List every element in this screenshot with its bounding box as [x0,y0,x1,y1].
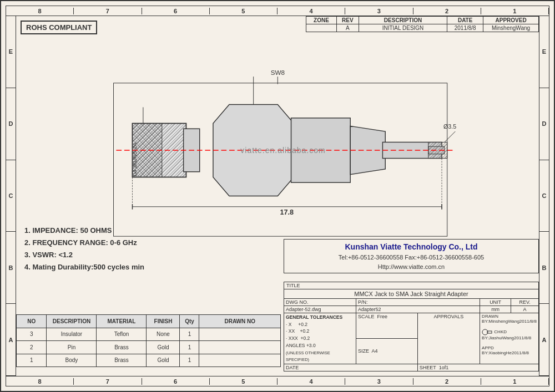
size-label: SIZE [358,348,369,354]
xx-label: · XX [286,328,295,334]
rev-desc: INITIAL DESIGN [359,24,447,32]
scale-label: SCALE [358,314,375,319]
general-tolerances-label: GENERAL TOLERANCES [286,314,342,320]
xx-val: +0.2 [300,328,310,334]
bom-header-qty: Qty [180,315,199,328]
grid-top-7: 7 [74,8,142,14]
rev-label: REV. [511,298,539,306]
dwg-label: DWG NO. [284,298,356,306]
pn-label: P/N: [356,298,480,306]
grid-top-5: 5 [210,8,278,14]
tolerances-note: (UNLESS OTHERWISE SPECIFIED) [286,350,330,363]
grid-top-4: 4 [278,8,345,14]
grid-top-2: 2 [413,8,481,14]
rev-approved: MinshengWang [483,24,539,32]
grid-right-d: D [539,88,549,160]
dia-label: Ø3.5 [443,123,456,130]
company-name: Kunshan Viatte Technology Co., Ltd [286,241,537,253]
drawing-area: SW8 [33,47,533,254]
grid-bottom-2: 2 [413,378,481,385]
rohs-label: ROHS COMPLIANT [21,21,97,34]
grid-bottom-8: 8 [6,378,74,385]
drawn-value: MinshengWang2011/8/8 [489,319,537,324]
grid-top-6: 6 [142,8,210,14]
note-1: 1. IMPEDANCE: 50 OHMS [24,225,273,237]
outer-frame: 8 7 6 5 4 3 2 1 8 7 6 5 4 3 2 1 E D C B … [6,6,549,386]
grid-right-b: B [539,232,549,304]
bom-header-drawnno: DRAWN NO [199,315,281,328]
date-label-cell: DATE [284,364,418,371]
notes-section: 1. IMPEDANCE: 50 OHMS 2. FREQUENCY RANGE… [24,225,273,273]
scale-value: Free [377,314,388,319]
technical-drawing: SW8 [94,62,472,239]
grid-bottom-3: 3 [345,378,413,385]
approvals-detail: DRAWN BY:MinshengWang2011/8/8 CHKD BY:Ji… [480,313,539,364]
rev-rev: A [336,24,359,32]
bottom-right-tables: TITLE MMCX Jack to SMA Jack Straight Ada… [284,282,539,371]
rev-header-rev: REV [336,17,359,24]
rev-value: A [511,306,539,313]
sw8-label: SW8 [271,69,285,76]
angles-label: ANGLES [286,343,305,348]
rev-header-date: DATE [447,17,483,24]
unit-label: UNIT [480,298,511,306]
grid-bottom-6: 6 [142,378,210,385]
bom-header-desc: DESCRIPTION [47,315,97,328]
dia-leader [445,131,455,142]
revision-table: ZONE REV DESCRIPTION DATE APPROVED A INI… [306,16,539,32]
bom-row-2: 2 Pin Brass Gold 1 [17,341,281,354]
note-4: 4. Mating Durability:500 cycles min [24,261,273,273]
bom-header-mat: MATERIAL [97,315,147,328]
grid-top-1: 1 [481,8,549,14]
thread-label: 1\4 36UNS-2A [132,142,138,177]
grid-right-e: E [539,16,549,88]
company-tel: Tel:+86-0512-36600558 Fax:+86-0512-36600… [286,253,537,262]
unit-value: mm [480,306,511,313]
xxx-label: · XXX [286,335,298,341]
rev-zone [306,24,337,32]
x-val: +0.2 [298,322,307,327]
sheet-label: SHEET [420,365,436,370]
size-value: A4 [372,348,378,354]
grid-left-d: D [6,88,16,160]
bom-header-finish: FINISH [147,315,180,328]
grid-top: 8 7 6 5 4 3 2 1 [6,6,549,16]
chkd-symbol [482,329,493,335]
grid-bottom-5: 5 [210,378,278,385]
grid-bottom: 8 7 6 5 4 3 2 1 [6,376,549,386]
grid-top-3: 3 [345,8,413,14]
approvals-label-cell: APPROVALS [417,313,480,364]
pn-value: Adapter52 [356,306,480,313]
title-block-table: TITLE MMCX Jack to SMA Jack Straight Ada… [284,282,539,371]
grid-left-b: B [6,232,16,304]
bom-row-1: 1 Body Brass Gold 1 [17,354,281,367]
note-2: 2. FREQUENCY RANGE: 0-6 GHz [24,237,273,249]
grid-left-e: E [6,16,16,88]
xxx-val: +0.2 [300,335,310,341]
grid-bottom-4: 4 [278,378,345,385]
chkd-value: JiashuiWang2011/8/8 [489,335,532,340]
tolerances-block: GENERAL TOLERANCES · X +0.2 · XX +0.2 · … [284,313,356,364]
rev-header-zone: ZONE [306,17,337,24]
company-header: Kunshan Viatte Technology Co., Ltd Tel:+… [284,239,539,273]
angles-val: +3.0 [306,343,316,348]
x-label: · X [286,322,291,327]
grid-left-a: A [6,304,16,376]
grid-right: E D C B A [539,16,549,376]
rev-header-approved: APPROVED [483,17,539,24]
grid-top-8: 8 [6,8,74,14]
bom-row-3: 3 Insulator Teflon None 1 [17,328,281,341]
bom-table: NO DESCRIPTION MATERIAL FINISH Qty DRAWN… [16,314,281,367]
dwg-value: Adapter-52.dwg [284,306,356,313]
grid-left-c: C [6,160,16,232]
title-value: MMCX Jack to SMA Jack Straight Adapter [284,289,539,298]
sheet-value: 1of1 [439,365,449,370]
appd-value: XiaobingHe2011/8/8 [489,350,529,355]
sheet-cell: SHEET 1of1 [417,364,538,371]
grid-left: E D C B A [6,16,16,376]
grid-right-a: A [539,304,549,376]
grid-bottom-7: 7 [74,378,142,385]
grid-right-c: C [539,160,549,232]
page: 8 7 6 5 4 3 2 1 8 7 6 5 4 3 2 1 E D C B … [0,0,555,392]
company-website: Http://www.viatte.com.cn [286,262,537,272]
